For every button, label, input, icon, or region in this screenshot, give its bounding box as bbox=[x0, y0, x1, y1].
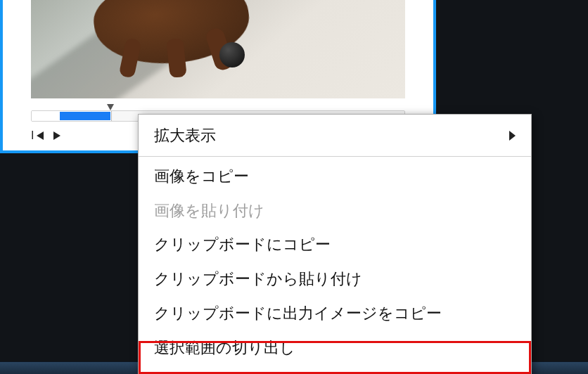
menu-copy-image-label: 画像をコピー bbox=[154, 166, 249, 188]
menu-cut-selection-label: 選択範囲の切り出し bbox=[154, 337, 295, 359]
menu-delete-selection[interactable]: 選択範囲の削除 bbox=[139, 366, 531, 374]
menu-clipboard-copy[interactable]: クリップボードにコピー bbox=[139, 228, 531, 262]
menu-separator bbox=[139, 156, 531, 157]
prev-frame-button[interactable]: I bbox=[31, 129, 44, 142]
menu-copy-image[interactable]: 画像をコピー bbox=[139, 160, 531, 194]
play-icon bbox=[53, 131, 60, 140]
menu-paste-image-label: 画像を貼り付け bbox=[154, 200, 264, 222]
menu-zoom-label: 拡大表示 bbox=[154, 125, 216, 147]
timeline-selection[interactable] bbox=[60, 112, 110, 120]
menu-clipboard-paste[interactable]: クリップボードから貼り付け bbox=[139, 262, 531, 297]
menu-clipboard-copy-output-label: クリップボードに出力イメージをコピー bbox=[154, 303, 442, 325]
skip-prev-icon: I bbox=[31, 129, 34, 142]
preview-image bbox=[31, 0, 405, 98]
menu-clipboard-copy-output[interactable]: クリップボードに出力イメージをコピー bbox=[139, 297, 531, 331]
menu-cut-selection[interactable]: 選択範囲の切り出し bbox=[139, 331, 531, 366]
menu-clipboard-paste-label: クリップボードから貼り付け bbox=[154, 269, 362, 290]
submenu-arrow-icon bbox=[509, 131, 516, 141]
play-button[interactable] bbox=[53, 131, 60, 140]
menu-delete-selection-label: 選択範囲の削除 bbox=[154, 372, 263, 374]
menu-zoom[interactable]: 拡大表示 bbox=[139, 119, 531, 153]
triangle-left-icon bbox=[37, 131, 44, 140]
menu-paste-image: 画像を貼り付け bbox=[139, 194, 531, 228]
menu-clipboard-copy-label: クリップボードにコピー bbox=[154, 234, 331, 256]
context-menu: 拡大表示 画像をコピー 画像を貼り付け クリップボードにコピー クリップボードか… bbox=[138, 114, 532, 374]
timeline-playhead-icon[interactable] bbox=[107, 104, 114, 110]
